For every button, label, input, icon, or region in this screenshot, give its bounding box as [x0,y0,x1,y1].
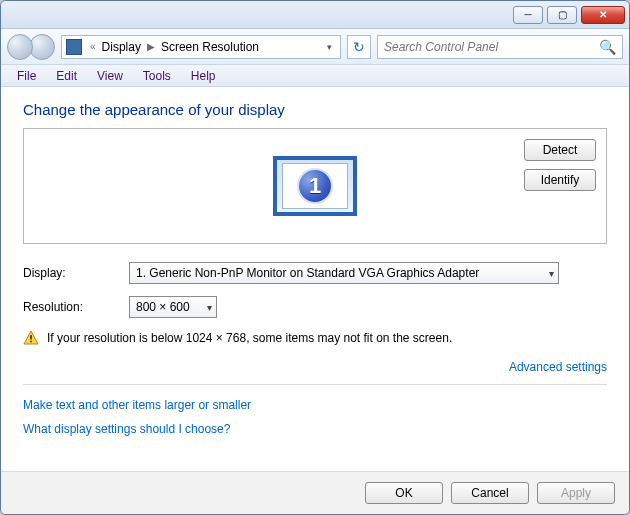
content-area: Change the appearance of your display 1 … [1,87,629,471]
refresh-icon: ↻ [353,39,365,55]
advanced-row: Advanced settings [23,360,607,385]
nav-buttons [7,34,55,60]
detect-button[interactable]: Detect [524,139,596,161]
nav-row: « Display ▶ Screen Resolution ▾ ↻ 🔍 [1,29,629,65]
control-panel-icon [66,39,82,55]
page-title: Change the appearance of your display [23,101,607,118]
chevron-right-icon: ▶ [143,41,159,52]
monitor-buttons: Detect Identify [524,139,596,191]
monitor-preview-box: 1 Detect Identify [23,128,607,244]
search-box[interactable]: 🔍 [377,35,623,59]
resolution-row: Resolution: 800 × 600 [23,296,607,318]
display-row: Display: 1. Generic Non-PnP Monitor on S… [23,262,607,284]
breadcrumb[interactable]: « Display ▶ Screen Resolution ▾ [61,35,341,59]
display-help-link[interactable]: What display settings should I choose? [23,422,230,436]
chevron-down-icon[interactable]: ▾ [322,42,336,52]
text-size-link[interactable]: Make text and other items larger or smal… [23,398,251,412]
warning-icon [23,330,39,346]
resolution-combo-value: 800 × 600 [136,300,190,314]
warning-row: If your resolution is below 1024 × 768, … [23,330,607,346]
apply-button[interactable]: Apply [537,482,615,504]
menu-file[interactable]: File [7,67,46,85]
warning-text: If your resolution is below 1024 × 768, … [47,331,452,345]
breadcrumb-display[interactable]: Display [100,40,143,54]
monitor-number-badge: 1 [297,168,333,204]
breadcrumb-screen-resolution[interactable]: Screen Resolution [159,40,261,54]
close-button[interactable]: ✕ [581,6,625,24]
resolution-combo[interactable]: 800 × 600 [129,296,217,318]
minimize-button[interactable]: ─ [513,6,543,24]
identify-button[interactable]: Identify [524,169,596,191]
advanced-settings-link[interactable]: Advanced settings [509,360,607,374]
search-input[interactable] [384,40,599,54]
menubar: File Edit View Tools Help [1,65,629,87]
display-combo-value: 1. Generic Non-PnP Monitor on Standard V… [136,266,479,280]
menu-help[interactable]: Help [181,67,226,85]
titlebar: ─ ▢ ✕ [1,1,629,29]
monitor-screen: 1 [282,163,348,209]
bottom-bar: OK Cancel Apply [1,471,629,514]
links-list: Make text and other items larger or smal… [23,393,607,441]
maximize-button[interactable]: ▢ [547,6,577,24]
chevron-left-icon: « [86,41,100,52]
menu-edit[interactable]: Edit [46,67,87,85]
display-combo[interactable]: 1. Generic Non-PnP Monitor on Standard V… [129,262,559,284]
refresh-button[interactable]: ↻ [347,35,371,59]
monitor-icon[interactable]: 1 [273,156,357,216]
search-icon[interactable]: 🔍 [599,39,616,55]
resolution-label: Resolution: [23,300,129,314]
display-label: Display: [23,266,129,280]
menu-tools[interactable]: Tools [133,67,181,85]
back-button[interactable] [7,34,33,60]
svg-rect-2 [30,341,32,343]
window: ─ ▢ ✕ « Display ▶ Screen Resolution ▾ ↻ … [0,0,630,515]
cancel-button[interactable]: Cancel [451,482,529,504]
ok-button[interactable]: OK [365,482,443,504]
svg-rect-1 [30,335,32,340]
menu-view[interactable]: View [87,67,133,85]
